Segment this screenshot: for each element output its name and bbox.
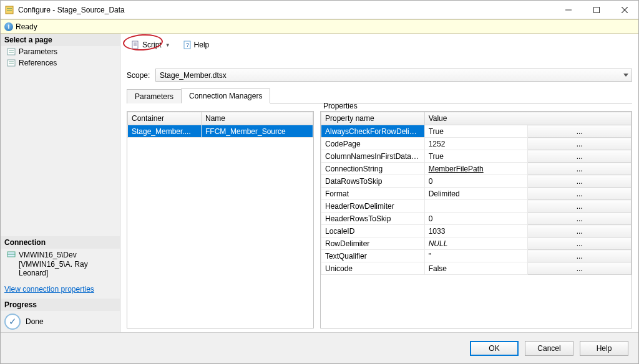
right-pane: Script ▼ ? Help Scope: Stage_Member.dtsx… [120,34,638,332]
property-row[interactable]: ConnectionStringMemberFilePath... [321,163,632,175]
minimize-button[interactable] [554,1,582,19]
svg-rect-2 [7,10,12,11]
svg-rect-1 [7,8,12,9]
help-button[interactable]: ? Help [178,39,214,51]
table-row[interactable]: Stage_Member.... FFCM_Member_Source [128,125,313,138]
ellipsis-button[interactable]: ... [528,200,632,213]
references-icon [7,59,16,67]
property-name: HeaderRowDelimiter [321,200,425,213]
svg-text:?: ? [186,42,189,48]
property-row[interactable]: AlwaysCheckForRowDelimitersTrue... [321,125,632,138]
left-pane: Select a page Parameters References Conn… [1,34,120,332]
window-controls [554,1,638,19]
connection-header: Connection [1,236,120,249]
prop-header-name[interactable]: Property name [321,112,425,125]
property-row[interactable]: CodePage1252... [321,138,632,150]
cm-cell-container: Stage_Member.... [128,125,202,138]
ellipsis-button[interactable]: ... [528,237,632,250]
property-value[interactable]: Delimited [424,188,528,200]
tab-connection-managers[interactable]: Connection Managers [181,89,270,103]
property-name: CodePage [321,138,425,150]
connection-server: VMWIN16_5\Dev [4,250,116,260]
property-row[interactable]: FormatDelimited... [321,188,632,200]
prop-header-value[interactable]: Value [424,112,631,125]
help-dialog-button[interactable]: Help [580,341,628,356]
property-name: ConnectionString [321,163,425,175]
property-value[interactable]: MemberFilePath [424,163,528,175]
property-row[interactable]: HeaderRowDelimiter... [321,200,632,213]
scope-row: Scope: Stage_Member.dtsx [127,69,632,82]
property-row[interactable]: LocaleID1033... [321,225,632,237]
script-label: Script [142,41,162,49]
property-name: Format [321,188,425,200]
nav-references[interactable]: References [1,57,120,69]
ellipsis-button[interactable]: ... [528,150,632,163]
property-row[interactable]: HeaderRowsToSkip0... [321,213,632,225]
help-label: Help [194,41,210,49]
cm-cell-name: FFCM_Member_Source [202,125,313,138]
property-row[interactable]: TextQualifier"... [321,250,632,262]
property-row[interactable]: UnicodeFalse... [321,262,632,275]
svg-rect-15 [132,41,138,49]
property-value[interactable]: NULL [424,237,528,250]
ok-button[interactable]: OK [470,341,519,356]
property-name: Unicode [321,262,425,275]
properties-panel: Properties Property name Value AlwaysChe… [320,111,632,328]
property-name: HeaderRowsToSkip [321,213,425,225]
property-row[interactable]: DataRowsToSkip0... [321,175,632,188]
help-icon: ? [183,41,192,49]
property-row[interactable]: ColumnNamesInFirstDataRowTrue... [321,150,632,163]
property-name: AlwaysCheckForRowDelimiters [321,125,425,138]
connection-managers-table: Container Name Stage_Member.... FFCM_Mem… [127,112,313,138]
property-value[interactable]: 0 [424,175,528,188]
svg-rect-14 [7,254,15,257]
nav-references-label: References [19,59,57,67]
ellipsis-button[interactable]: ... [528,125,632,138]
scope-label: Scope: [127,71,150,80]
cm-header-name[interactable]: Name [202,112,313,125]
property-name: TextQualifier [321,250,425,262]
property-name: DataRowsToSkip [321,175,425,188]
connection-server-text: VMWIN16_5\Dev [19,251,77,259]
progress-block: ✓ Done [1,311,120,332]
property-value[interactable]: True [424,150,528,163]
ellipsis-button[interactable]: ... [528,225,632,237]
view-connection-properties-link[interactable]: View connection properties [4,285,116,294]
property-name: RowDelimiter [321,237,425,250]
cancel-button[interactable]: Cancel [525,341,573,356]
property-row[interactable]: RowDelimiterNULL... [321,237,632,250]
ellipsis-button[interactable]: ... [528,175,632,188]
ellipsis-button[interactable]: ... [528,188,632,200]
info-icon: i [4,22,13,31]
tab-parameters[interactable]: Parameters [127,89,182,103]
ellipsis-button[interactable]: ... [528,262,632,275]
property-value[interactable]: " [424,250,528,262]
property-value[interactable]: True [424,125,528,138]
tabs: Parameters Connection Managers [127,88,632,103]
toolbar: Script ▼ ? Help [127,36,632,55]
nav-parameters[interactable]: Parameters [1,46,120,57]
cm-header-container[interactable]: Container [128,112,202,125]
property-value[interactable]: False [424,262,528,275]
svg-rect-7 [7,49,15,55]
property-value[interactable]: 0 [424,213,528,225]
ellipsis-button[interactable]: ... [528,213,632,225]
scope-dropdown[interactable]: Stage_Member.dtsx [155,69,632,82]
ready-text: Ready [16,22,37,31]
property-value[interactable] [424,200,528,213]
connection-user: [VMWIN16_5\A. Ray Leonard] [4,260,116,277]
close-button[interactable] [610,1,638,19]
property-name: ColumnNamesInFirstDataRow [321,150,425,163]
app-icon [4,5,14,15]
ellipsis-button[interactable]: ... [528,163,632,175]
script-button[interactable]: Script ▼ [127,39,175,51]
connection-managers-panel: Container Name Stage_Member.... FFCM_Mem… [127,111,314,328]
property-value[interactable]: 1033 [424,225,528,237]
ellipsis-button[interactable]: ... [528,250,632,262]
scope-value: Stage_Member.dtsx [160,71,227,80]
ellipsis-button[interactable]: ... [528,138,632,150]
dialog-buttons: OK Cancel Help [1,332,638,363]
svg-rect-13 [7,252,15,254]
property-value[interactable]: 1252 [424,138,528,150]
maximize-button[interactable] [582,1,610,19]
